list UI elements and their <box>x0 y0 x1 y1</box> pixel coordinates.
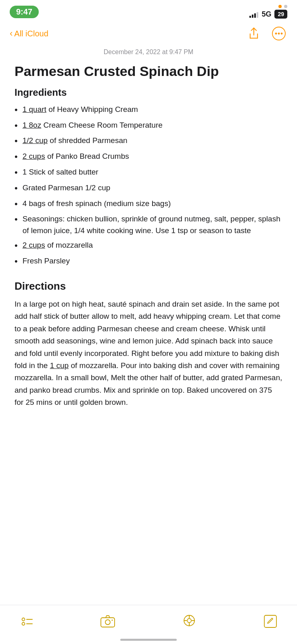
list-item: • 1 quart of Heavy Whipping Cream <box>15 104 282 116</box>
bullet-icon: • <box>15 120 18 132</box>
list-item: • 1 8oz Cream Cheese Room Temperature <box>15 120 282 132</box>
home-indicator <box>120 639 177 641</box>
bullet-icon: • <box>15 240 18 252</box>
more-button[interactable] <box>270 25 287 42</box>
back-button[interactable]: ‹ All iCloud <box>10 28 48 39</box>
share-button[interactable] <box>245 25 262 42</box>
dot-gray <box>284 5 287 8</box>
svg-point-1 <box>275 33 277 34</box>
signal-bars <box>249 11 258 18</box>
bullet-icon: • <box>15 182 18 195</box>
list-item: • Seasonings: chicken bullion, sprinkle … <box>15 213 282 236</box>
list-item: • 1/2 cup of shredded Parmesan <box>15 135 282 147</box>
document-title: Parmesan Crusted Spinach Dip <box>15 63 282 80</box>
bullet-icon: • <box>15 213 18 226</box>
signal-bar-1 <box>249 16 251 18</box>
svg-point-10 <box>112 620 113 621</box>
bottom-toolbar <box>0 605 297 644</box>
status-bar: 9:47 5G 29 <box>0 0 297 22</box>
bullet-icon: • <box>15 151 18 163</box>
svg-point-4 <box>22 618 25 621</box>
status-right: 5G 29 <box>249 5 287 19</box>
list-item: • 1 Stick of salted butter <box>15 166 282 179</box>
list-item: • Fresh Parsley <box>15 255 282 268</box>
list-item: • Grated Parmesan 1/2 cup <box>15 182 282 195</box>
ingredients-list: • 1 quart of Heavy Whipping Cream • 1 8o… <box>15 104 282 268</box>
list-item: • 4 bags of fresh spinach (medium size b… <box>15 198 282 210</box>
list-item: • 2 cups of Panko Bread Crumbs <box>15 151 282 163</box>
bullet-icon: • <box>15 166 18 179</box>
nav-bar: ‹ All iCloud <box>0 22 297 47</box>
bullet-icon: • <box>15 198 18 210</box>
list-item: • 2 cups of mozzarella <box>15 240 282 252</box>
svg-point-9 <box>105 620 110 625</box>
bullet-icon: • <box>15 135 18 147</box>
directions-text: In a large pot on high heat, sauté spina… <box>15 298 282 409</box>
nav-actions <box>245 25 287 42</box>
signal-bar-3 <box>254 13 256 18</box>
network-label: 5G <box>261 10 271 19</box>
svg-point-12 <box>187 619 191 623</box>
content: December 24, 2022 at 9:47 PM Parmesan Cr… <box>0 47 297 457</box>
location-button[interactable] <box>179 611 200 632</box>
camera-button[interactable] <box>97 611 118 632</box>
bullet-icon: • <box>15 255 18 268</box>
dot-orange <box>278 5 282 8</box>
signal-bar-4 <box>257 12 258 18</box>
status-dots <box>278 5 287 8</box>
edit-button[interactable] <box>260 611 281 632</box>
svg-rect-8 <box>101 618 115 627</box>
status-time: 9:47 <box>10 6 39 18</box>
checklist-button[interactable] <box>16 611 37 632</box>
signal-bar-2 <box>252 15 253 18</box>
svg-point-2 <box>278 33 280 34</box>
document-date: December 24, 2022 at 9:47 PM <box>15 48 282 56</box>
directions-heading: Directions <box>15 280 282 293</box>
battery-badge: 29 <box>274 10 287 19</box>
bullet-icon: • <box>15 104 18 116</box>
back-label: All iCloud <box>14 29 48 38</box>
svg-point-3 <box>281 33 282 34</box>
svg-point-5 <box>22 623 25 625</box>
ingredients-heading: Ingredients <box>15 87 282 98</box>
chevron-left-icon: ‹ <box>10 28 13 39</box>
